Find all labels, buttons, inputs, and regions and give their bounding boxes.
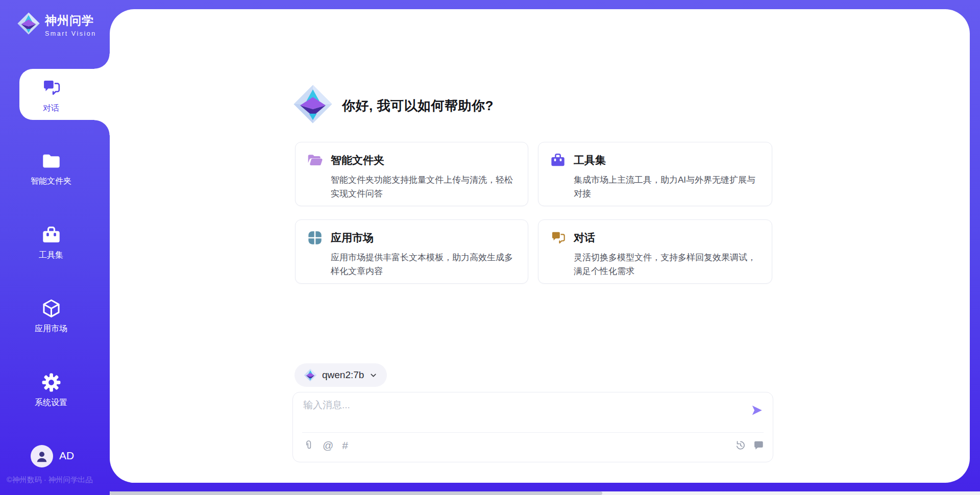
brand-name: 神州问学 — [45, 13, 96, 29]
tab-fillet-top — [94, 54, 110, 69]
message-input[interactable] — [303, 399, 747, 428]
input-divider — [302, 432, 764, 433]
card-description: 灵活切换多模型文件，支持多样回复效果调试，满足个性化需求 — [574, 251, 761, 278]
tab-fillet-bottom — [94, 120, 110, 135]
user-initials: AD — [59, 450, 74, 462]
sidebar-item-toolset[interactable]: 工具集 — [0, 225, 102, 261]
card-title: 对话 — [574, 231, 595, 245]
chat-icon — [41, 78, 61, 98]
card-chat[interactable]: 对话 灵活切换多模型文件，支持多样回复效果调试，满足个性化需求 — [538, 219, 772, 284]
composer-toolbar-left: @ # — [303, 440, 348, 451]
horizontal-scrollbar[interactable] — [110, 491, 980, 495]
sidebar-item-label: 应用市场 — [35, 324, 67, 334]
hashtag-icon[interactable]: # — [342, 440, 348, 451]
model-logo-diamond-icon — [304, 368, 317, 382]
card-smart-folder[interactable]: 智能文件夹 智能文件夹功能支持批量文件上传与清洗，轻松实现文件问答 — [295, 142, 528, 206]
card-description: 应用市场提供丰富长文本模板，助力高效生成多样化文章内容 — [331, 251, 517, 278]
brand-text: 神州问学 Smart Vision — [45, 13, 96, 37]
card-toolset[interactable]: 工具集 集成市场上主流工具，助力AI与外界无缝扩展与对接 — [538, 142, 772, 206]
chat-icon — [550, 230, 566, 246]
toolbox-icon — [550, 152, 566, 168]
card-title: 应用市场 — [331, 231, 374, 245]
sidebar-item-label: 系统设置 — [35, 398, 67, 408]
card-description: 智能文件夹功能支持批量文件上传与清洗，轻松实现文件问答 — [331, 173, 517, 201]
message-input-box: @ # — [292, 392, 773, 462]
send-icon[interactable] — [750, 404, 764, 417]
sidebar-item-label: 工具集 — [39, 250, 63, 261]
brand-subtitle: Smart Vision — [45, 30, 96, 37]
attachment-icon[interactable] — [303, 440, 314, 451]
sidebar-item-label: 智能文件夹 — [31, 176, 71, 187]
folder-open-icon — [307, 152, 323, 168]
card-description: 集成市场上主流工具，助力AI与外界无缝扩展与对接 — [574, 173, 761, 201]
card-app-market[interactable]: 应用市场 应用市场提供丰富长文本模板，助力高效生成多样化文章内容 — [295, 219, 528, 284]
sidebar-item-app-market[interactable]: 应用市场 — [0, 298, 102, 334]
model-selector[interactable]: qwen2:7b — [295, 363, 387, 387]
scrollbar-thumb[interactable] — [110, 491, 602, 495]
history-icon[interactable] — [735, 440, 746, 451]
greeting-title: 你好, 我可以如何帮助你? — [342, 97, 494, 115]
brand-logo-diamond-icon — [17, 12, 40, 35]
chevron-down-icon — [369, 371, 378, 380]
hero-logo-diamond-icon — [292, 84, 333, 125]
model-name: qwen2:7b — [322, 369, 364, 381]
card-title: 工具集 — [574, 153, 606, 167]
composer-toolbar-right — [735, 440, 764, 451]
toolbox-icon — [41, 225, 62, 245]
sidebar-item-settings[interactable]: 系统设置 — [0, 372, 102, 408]
gear-icon — [41, 372, 62, 393]
copyright-text: ©神州数码 · 神州问学出品 — [7, 475, 93, 485]
sidebar-item-smart-folder[interactable]: 智能文件夹 — [0, 151, 102, 187]
grid-icon — [307, 230, 323, 246]
avatar[interactable] — [31, 445, 53, 467]
person-icon — [34, 449, 50, 464]
mention-icon[interactable]: @ — [323, 440, 333, 451]
card-title: 智能文件夹 — [331, 153, 384, 167]
folder-icon — [41, 151, 62, 171]
chat-bubble-icon[interactable] — [753, 440, 764, 451]
cube-icon — [41, 298, 62, 319]
sidebar-item-chat-label: 对话 — [19, 103, 83, 114]
